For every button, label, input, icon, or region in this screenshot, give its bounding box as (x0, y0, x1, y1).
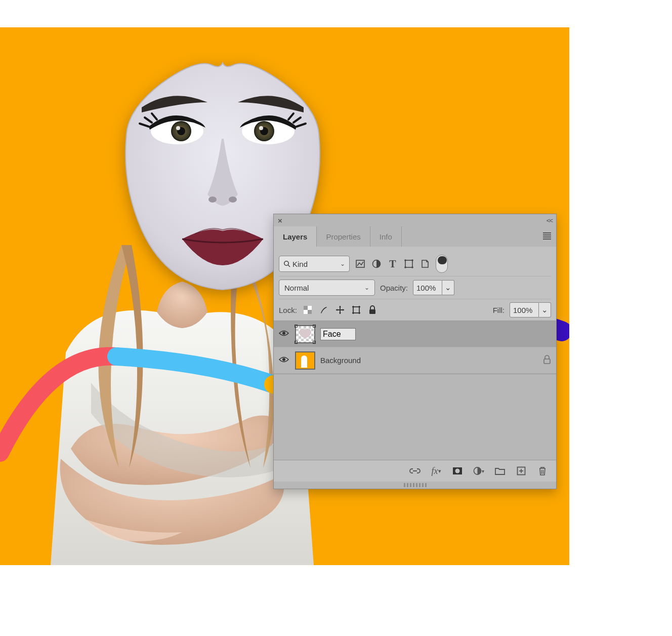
svg-point-18 (411, 266, 413, 268)
tab-properties[interactable]: Properties (317, 226, 370, 247)
new-layer-icon[interactable] (516, 465, 527, 476)
svg-rect-14 (405, 260, 412, 267)
layers-list: Background (274, 321, 556, 374)
svg-point-10 (284, 261, 288, 265)
svg-rect-20 (304, 306, 308, 310)
svg-point-16 (411, 259, 413, 261)
lock-artboard-icon[interactable] (351, 304, 362, 315)
filter-shape-icon[interactable] (403, 258, 414, 269)
layer-thumbnail[interactable] (295, 351, 315, 370)
lock-label: Lock: (279, 306, 297, 314)
panel-resize-grip[interactable] (274, 482, 556, 489)
delete-layer-icon[interactable] (537, 465, 548, 476)
panel-menu-icon[interactable] (543, 231, 551, 242)
blend-mode-select[interactable]: Normal ⌄ (279, 280, 375, 296)
fill-label: Fill: (493, 306, 505, 314)
document-canvas[interactable]: × << Layers Properties Info Kind ⌄ (0, 27, 569, 565)
search-icon (283, 260, 290, 267)
filter-toggle[interactable] (436, 255, 448, 273)
lock-pixels-icon[interactable] (318, 304, 329, 315)
layers-empty-area[interactable] (274, 374, 556, 460)
layer-row-background[interactable]: Background (274, 347, 556, 374)
filter-type-icon[interactable]: T (387, 258, 398, 269)
filter-kind-label: Kind (292, 260, 308, 268)
tab-info[interactable]: Info (370, 226, 402, 247)
link-layers-icon[interactable] (409, 465, 421, 476)
opacity-value[interactable]: 100% (413, 280, 442, 295)
filter-adjustment-icon[interactable] (371, 258, 382, 269)
add-adjustment-icon[interactable]: ▾ (473, 465, 484, 476)
chevron-down-icon: ⌄ (340, 260, 345, 267)
layers-footer: fx▾ ▾ (274, 460, 556, 482)
panel-tabs: Layers Properties Info (274, 226, 556, 247)
chevron-down-icon: ⌄ (364, 284, 369, 291)
lock-all-icon[interactable] (367, 304, 378, 315)
panel-close-icon[interactable]: × (278, 216, 282, 225)
svg-point-33 (282, 358, 285, 361)
svg-point-17 (404, 266, 406, 268)
svg-point-8 (208, 196, 217, 203)
layer-name-label[interactable]: Background (320, 356, 538, 365)
layer-filter-select[interactable]: Kind ⌄ (279, 256, 350, 272)
panel-collapse-icon[interactable]: << (547, 217, 552, 224)
layers-panel[interactable]: × << Layers Properties Info Kind ⌄ (273, 214, 557, 489)
fill-value[interactable]: 100% (510, 302, 539, 317)
visibility-toggle-icon[interactable] (279, 356, 290, 365)
svg-point-3 (176, 126, 180, 130)
lock-icon[interactable] (543, 355, 551, 366)
svg-point-9 (229, 196, 237, 203)
fill-field[interactable]: 100% ⌄ (510, 302, 551, 317)
opacity-label: Opacity: (380, 284, 408, 292)
layer-row-face[interactable] (274, 321, 556, 347)
tab-layers[interactable]: Layers (274, 226, 317, 247)
svg-rect-21 (308, 310, 312, 314)
filter-pixel-icon[interactable] (355, 258, 366, 269)
filter-smartobject-icon[interactable] (419, 258, 431, 269)
chevron-down-icon[interactable]: ⌄ (442, 280, 454, 295)
blend-mode-value: Normal (284, 284, 309, 292)
svg-rect-34 (544, 359, 550, 364)
chevron-down-icon[interactable]: ⌄ (539, 302, 551, 317)
add-mask-icon[interactable] (452, 465, 463, 476)
svg-rect-22 (353, 307, 359, 313)
layer-fx-icon[interactable]: fx▾ (431, 465, 442, 476)
visibility-toggle-icon[interactable] (279, 330, 290, 338)
svg-rect-31 (369, 309, 375, 314)
layer-name-input[interactable] (320, 328, 356, 340)
svg-point-7 (259, 126, 263, 130)
new-group-icon[interactable] (494, 465, 506, 476)
svg-point-32 (282, 332, 285, 335)
lock-position-icon[interactable] (334, 304, 346, 315)
layer-name-edit[interactable] (320, 328, 551, 340)
svg-point-15 (404, 259, 406, 261)
svg-line-11 (288, 265, 290, 267)
lock-transparency-icon[interactable] (302, 304, 313, 315)
opacity-field[interactable]: 100% ⌄ (413, 280, 454, 295)
svg-point-36 (455, 469, 460, 473)
layer-thumbnail[interactable] (295, 325, 315, 343)
